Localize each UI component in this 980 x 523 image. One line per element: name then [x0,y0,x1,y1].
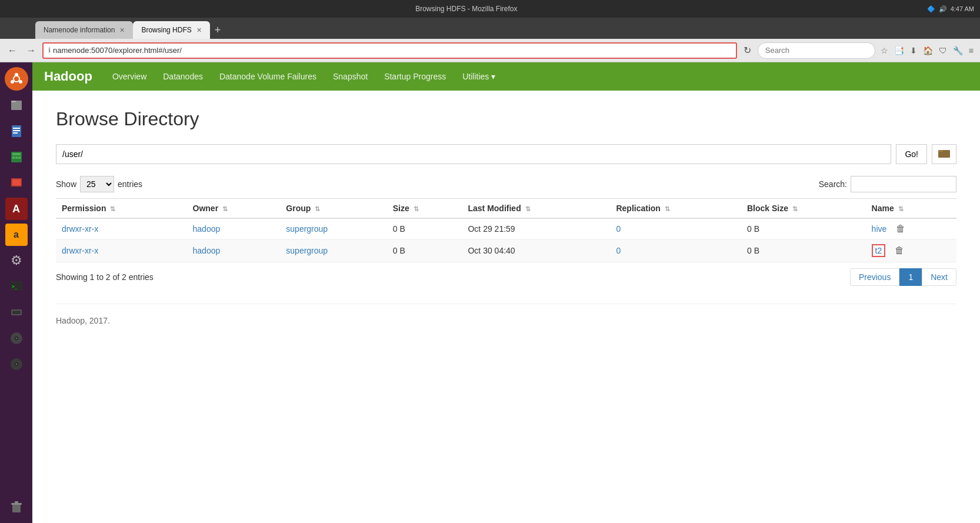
path-input[interactable] [56,144,891,164]
sidebar-icon-settings[interactable]: ⚙ [5,249,28,272]
sidebar-icon-calc[interactable] [5,146,28,168]
footer-text: Hadoop, 2017. [56,316,110,325]
group-link-hive[interactable]: supergroup [286,224,328,234]
table-row: drwxr-xr-x hadoop supergroup 0 B Oct 29 … [56,218,956,239]
sidebar-icon-dvd2[interactable] [5,353,28,375]
sort-icon-size: ⇅ [414,205,419,212]
svg-rect-8 [13,128,20,129]
col-last-modified[interactable]: Last Modified ⇅ [462,199,610,219]
sidebar-icon-dvd1[interactable] [5,327,28,349]
tab-browsing-hdfs[interactable]: Browsing HDFS ✕ [133,21,209,39]
address-action-buttons: ☆ 📑 ⬇ 🏠 🛡 🔧 ≡ [879,45,975,56]
search-label: Search: [819,176,956,192]
group-link-t2[interactable]: supergroup [286,246,328,255]
sidebar: LibreOffice Writer A a ⚙ >_ [0,62,32,523]
folder-browse-button[interactable] [932,144,956,164]
owner-link-t2[interactable]: hadoop [193,246,221,255]
sidebar-icon-amazon[interactable]: a [5,224,28,246]
delete-button-hive[interactable]: 🗑 [896,224,905,234]
bookmark-star-button[interactable]: ☆ [879,45,890,56]
replication-link-t2[interactable]: 0 [616,246,621,255]
entries-row: Show 10 25 50 100 entries Search: [56,176,956,192]
new-tab-button[interactable]: + [210,21,226,39]
tab-label: Namenode information [44,26,115,34]
search-text: Search: [819,179,847,189]
col-size[interactable]: Size ⇅ [387,199,462,219]
cell-owner: hadoop [187,218,281,239]
sort-icon-owner: ⇅ [222,205,228,212]
cell-last-modified-t2: Oct 30 04:40 [462,239,610,262]
sidebar-icon-font[interactable]: A [5,198,28,220]
back-button[interactable]: ← [5,44,20,57]
svg-rect-21 [12,311,21,314]
sidebar-icon-ubuntu[interactable] [5,67,28,91]
name-link-t2[interactable]: t2 [872,244,886,257]
table-row: drwxr-xr-x hadoop supergroup 0 B Oct 30 … [56,239,956,262]
tab-namenode-information[interactable]: Namenode information ✕ [35,21,133,39]
svg-rect-13 [12,156,15,159]
sidebar-icon-terminal[interactable]: >_ [5,275,28,298]
entries-select[interactable]: 10 25 50 100 [80,176,114,192]
cell-replication: 0 [610,218,741,239]
go-button[interactable]: Go! [896,144,927,164]
refresh-button[interactable]: ↻ [741,44,754,57]
tab-close-hdfs[interactable]: ✕ [196,26,202,34]
next-button[interactable]: Next [922,268,956,286]
lock-icon: ℹ [48,46,51,54]
sort-icon-name: ⇅ [898,205,904,212]
page-1-button[interactable]: 1 [899,268,922,286]
cell-size: 0 B [387,218,462,239]
page-content: Browse Directory Go! Show 10 25 50 100 [32,91,980,343]
sidebar-icon-trash[interactable] [5,496,28,518]
owner-link-hive[interactable]: hadoop [193,224,221,234]
col-group[interactable]: Group ⇅ [280,199,386,219]
sidebar-icon-impress[interactable] [5,172,28,194]
svg-point-24 [15,338,17,339]
table-body: drwxr-xr-x hadoop supergroup 0 B Oct 29 … [56,218,956,262]
sidebar-icon-storage[interactable] [5,301,28,324]
col-name[interactable]: Name ⇅ [866,199,956,219]
col-replication[interactable]: Replication ⇅ [610,199,741,219]
extensions-button[interactable]: 🔧 [951,45,965,56]
menu-button[interactable]: ≡ [967,45,975,56]
forward-button[interactable]: → [24,44,39,57]
permission-link-t2[interactable]: drwxr-xr-x [62,246,98,255]
cell-block-size-t2: 0 B [741,239,866,262]
nav-overview[interactable]: Overview [104,64,155,89]
name-link-hive[interactable]: hive [872,224,887,234]
browser-search-input[interactable] [758,42,875,59]
previous-button[interactable]: Previous [850,268,899,286]
shield-button[interactable]: 🛡 [937,45,949,56]
download-button[interactable]: ⬇ [908,45,919,56]
sidebar-icon-files[interactable] [5,94,28,116]
cell-replication-t2: 0 [610,239,741,262]
tab-close-namenode[interactable]: ✕ [119,26,125,34]
home-button[interactable]: 🏠 [921,45,935,56]
delete-button-t2[interactable]: 🗑 [895,245,904,256]
nav-snapshot[interactable]: Snapshot [325,64,376,89]
col-block-size[interactable]: Block Size ⇅ [741,199,866,219]
svg-text:>_: >_ [12,284,18,289]
svg-rect-10 [13,132,18,134]
sidebar-icon-writer[interactable]: LibreOffice Writer [5,120,28,142]
cell-permission-t2: drwxr-xr-x [56,239,187,262]
nav-datanode-volume-failures[interactable]: Datanode Volume Failures [211,64,325,89]
page-footer: Hadoop, 2017. [56,304,956,325]
url-box[interactable]: ℹ namenode:50070/explorer.html#/user/ [42,42,737,59]
table-search-input[interactable] [851,176,956,192]
sort-icon-permission: ⇅ [110,205,115,212]
nav-datanodes[interactable]: Datanodes [155,64,211,89]
col-owner[interactable]: Owner ⇅ [187,199,281,219]
sort-icon-block-size: ⇅ [792,205,798,212]
cell-permission: drwxr-xr-x [56,218,187,239]
nav-startup-progress[interactable]: Startup Progress [376,64,454,89]
col-permission[interactable]: Permission ⇅ [56,199,187,219]
volume-icon: 🔊 [939,5,947,13]
show-label: Show 10 25 50 100 entries [56,176,142,192]
svg-rect-12 [12,153,21,155]
nav-utilities[interactable]: Utilities ▾ [454,64,504,89]
bookmark-list-button[interactable]: 📑 [892,45,906,56]
show-text: Show [56,179,76,189]
replication-link-hive[interactable]: 0 [616,224,621,234]
permission-link-hive[interactable]: drwxr-xr-x [62,224,98,234]
